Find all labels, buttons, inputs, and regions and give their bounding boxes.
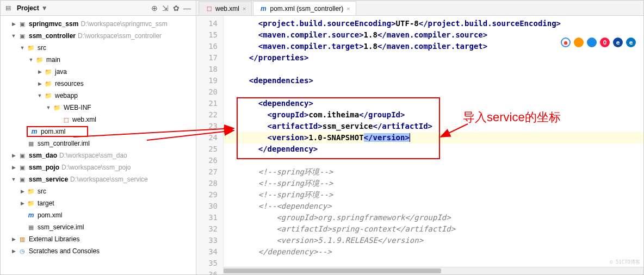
code-area[interactable]: 1415161718192021222324252627282930313233… — [196, 16, 643, 274]
tree-label: webapp — [55, 92, 78, 99]
scrollbar-thumb[interactable] — [224, 268, 441, 273]
tree-row[interactable]: ▶◷Scratches and Consoles — [1, 245, 196, 257]
tree-row[interactable]: ▶📁src — [1, 185, 196, 197]
line-number: 19 — [196, 75, 223, 86]
code-line[interactable]: <!--spring环境--> — [240, 178, 643, 189]
code-line[interactable]: <!--spring环境--> — [240, 166, 643, 178]
editor-tab[interactable]: mpom.xml (ssm_controller)× — [253, 1, 356, 15]
line-number: 26 — [196, 155, 223, 166]
chevron-right-icon[interactable]: ▶ — [10, 153, 17, 158]
chevron-down-icon[interactable]: ▼ — [28, 57, 34, 62]
tree-label: Scratches and Consoles — [29, 247, 100, 255]
code-line[interactable]: <!--spring环境--> — [240, 189, 643, 201]
tree-row[interactable]: ▼📁main — [1, 54, 196, 66]
chevron-right-icon[interactable]: ▶ — [10, 248, 17, 254]
chevron-right-icon[interactable]: ▶ — [10, 236, 17, 242]
hide-icon[interactable]: — — [182, 3, 193, 14]
dropdown-icon[interactable]: ▼ — [41, 4, 48, 12]
chevron-right-icon[interactable]: ▶ — [19, 201, 26, 206]
tab-label: pom.xml (ssm_controller) — [270, 5, 343, 12]
chevron-right-icon[interactable]: ▶ — [10, 21, 17, 27]
folder-icon: 📁 — [53, 103, 61, 112]
code-line[interactable]: </dependency>--> — [240, 246, 643, 258]
folder-icon: 📁 — [27, 43, 35, 52]
code-line[interactable] — [240, 86, 643, 98]
tree-row[interactable]: ▶▣ssm_daoD:\workspace\ssm_dao — [1, 149, 196, 161]
chevron-down-icon[interactable]: ▼ — [19, 45, 26, 51]
tree-path: D:\workspace\ssm_controller — [78, 32, 162, 40]
project-tree[interactable]: ▶▣springmvc_ssmD:\workspace\springmvc_ss… — [1, 16, 196, 274]
browser-icon[interactable] — [574, 38, 584, 47]
code-line[interactable]: </properties> — [240, 52, 643, 64]
code-content[interactable]: <project.build.sourceEncoding>UTF-8</pro… — [224, 16, 643, 274]
gear-icon[interactable]: ✿ — [171, 3, 182, 14]
code-line[interactable] — [240, 64, 643, 75]
tree-label: pom.xml — [38, 211, 62, 219]
chevron-right-icon[interactable]: ▶ — [36, 81, 43, 86]
tree-row[interactable]: ▼▣ssm_serviceD:\workspace\ssm_service — [1, 173, 196, 185]
folder-icon: 📁 — [27, 187, 35, 196]
chevron-down-icon[interactable]: ▼ — [45, 105, 52, 110]
code-line[interactable]: <artifactId>ssm_service</artifactId> — [240, 121, 643, 132]
code-line[interactable]: <version>5.1.9.RELEASE</version> — [240, 235, 643, 246]
code-line[interactable]: <version>1.0-SNAPSHOT</version> — [224, 132, 643, 143]
sidebar-title[interactable]: Project — [17, 4, 39, 12]
file-iml-icon: ▦ — [27, 139, 35, 148]
tree-row[interactable]: ▼📁src — [1, 42, 196, 54]
chevron-down-icon[interactable]: ▼ — [10, 33, 17, 39]
expand-icon[interactable]: ⇲ — [160, 3, 171, 14]
code-line[interactable]: <groupId>com.itheima</groupId> — [240, 109, 643, 121]
tree-path: D:\workspace\springmvc_ssm — [81, 20, 167, 28]
code-line[interactable]: <!--<dependency> — [240, 201, 643, 212]
tree-row[interactable]: ▼▣ssm_controllerD:\workspace\ssm_control… — [1, 30, 196, 42]
tree-path: D:\workspace\ssm_pojo — [61, 164, 131, 171]
chevron-right-icon[interactable]: ▶ — [10, 165, 17, 170]
tree-row[interactable]: ▶📁java — [1, 66, 196, 78]
tree-row[interactable]: ▶▦ssm_service.iml — [1, 221, 196, 233]
code-line[interactable]: <dependencies> — [240, 75, 643, 86]
line-number: 21 — [196, 98, 223, 109]
code-line[interactable]: <groupId>org.springframework</groupId> — [240, 212, 643, 223]
line-number: 24 — [196, 132, 223, 143]
tree-row[interactable]: ▶▦ssm_controller.iml — [1, 138, 196, 149]
chevron-right-icon[interactable]: ▶ — [19, 189, 26, 194]
close-icon[interactable]: × — [346, 5, 350, 12]
code-line[interactable]: <project.build.sourceEncoding>UTF-8</pro… — [240, 18, 643, 29]
browser-icon[interactable] — [587, 38, 597, 47]
tree-row[interactable]: ▶mpom.xml — [1, 126, 196, 138]
code-line[interactable] — [240, 155, 643, 166]
tree-label: src — [38, 188, 46, 195]
editor-tabbar: ⬚web.xml×mpom.xml (ssm_controller)× — [196, 1, 643, 16]
line-number: 32 — [196, 223, 223, 235]
line-number: 30 — [196, 201, 223, 212]
code-line[interactable]: <artifactId>spring-context</artifactId> — [240, 223, 643, 235]
horizontal-scrollbar[interactable] — [224, 267, 643, 274]
code-line[interactable]: <dependency> — [240, 98, 643, 109]
line-number: 14 — [196, 18, 223, 29]
tree-row[interactable]: ▶⬚web.xml — [1, 114, 196, 126]
tree-row[interactable]: ▼📁WEB-INF — [1, 102, 196, 114]
tree-row[interactable]: ▶▣springmvc_ssmD:\workspace\springmvc_ss… — [1, 18, 196, 30]
tree-row[interactable]: ▶▣ssm_pojoD:\workspace\ssm_pojo — [1, 161, 196, 173]
tree-row[interactable]: ▶📁target — [1, 197, 196, 209]
browser-icon[interactable]: ● — [561, 38, 571, 47]
browser-icon[interactable]: e — [613, 38, 623, 47]
chevron-right-icon[interactable]: ▶ — [36, 69, 43, 74]
project-sidebar: ▤ Project ▼ ⊕ ⇲ ✿ — ▶▣springmvc_ssmD:\wo… — [1, 1, 196, 274]
tab-label: web.xml — [215, 5, 239, 12]
tree-row[interactable]: ▶▥External Libraries — [1, 233, 196, 245]
browser-icon[interactable]: O — [600, 38, 610, 47]
tree-row[interactable]: ▶📁resources — [1, 78, 196, 90]
tree-row[interactable]: ▼📁webapp — [1, 90, 196, 102]
chevron-down-icon[interactable]: ▼ — [36, 93, 43, 98]
line-number: 15 — [196, 29, 223, 41]
tree-label: External Libraries — [29, 235, 79, 243]
editor-tab[interactable]: ⬚web.xml× — [199, 1, 252, 15]
folder-icon: 📁 — [44, 91, 53, 100]
tree-row[interactable]: ▶mpom.xml — [1, 209, 196, 221]
code-line[interactable]: </dependency> — [240, 143, 643, 155]
chevron-down-icon[interactable]: ▼ — [10, 177, 17, 182]
locate-icon[interactable]: ⊕ — [149, 3, 160, 14]
close-icon[interactable]: × — [243, 5, 246, 12]
browser-icon[interactable]: e — [626, 38, 636, 47]
